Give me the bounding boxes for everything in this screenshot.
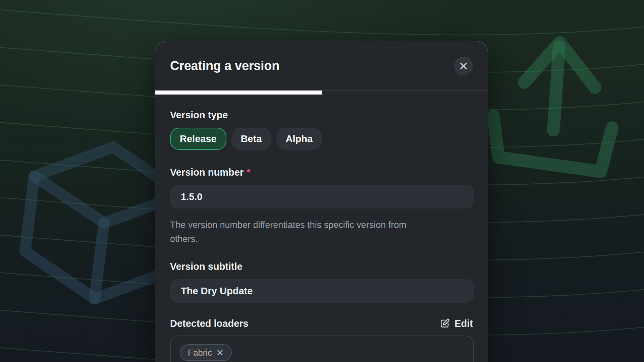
version-subtitle-label: Version subtitle	[170, 261, 473, 272]
dialog-header: Creating a version	[155, 41, 488, 90]
help-line-2: others.	[170, 234, 198, 244]
version-number-help: The version number differentiates this s…	[170, 218, 473, 246]
close-button[interactable]	[454, 57, 473, 75]
detected-loaders-label: Detected loaders	[170, 318, 249, 329]
edit-loaders-button[interactable]: Edit	[439, 318, 473, 329]
x-icon	[459, 61, 468, 71]
version-type-options: Release Beta Alpha	[170, 128, 473, 150]
version-number-label: Version number*	[170, 167, 473, 178]
version-number-input[interactable]	[170, 185, 474, 208]
remove-loader-icon[interactable]	[216, 349, 224, 356]
square-pen-icon	[439, 318, 450, 329]
dialog-title: Creating a version	[170, 59, 279, 73]
detected-loaders-row: Detected loaders Edit	[170, 317, 473, 329]
edit-label: Edit	[454, 318, 473, 329]
progress-fill	[155, 90, 322, 95]
upload-arrow-icon	[493, 43, 612, 172]
required-asterisk: *	[247, 167, 250, 178]
dialog-body: Version type Release Beta Alpha Version …	[155, 109, 488, 362]
version-number-label-text: Version number	[170, 167, 244, 178]
detected-loaders-box: Fabric	[170, 336, 474, 362]
version-type-alpha-button[interactable]: Alpha	[276, 128, 322, 150]
create-version-dialog: Creating a version Version type Release …	[155, 41, 488, 362]
version-subtitle-input[interactable]	[170, 279, 474, 303]
help-line-1: The version number differentiates this s…	[170, 220, 407, 230]
loader-tag-label: Fabric	[188, 348, 212, 358]
version-type-release-button[interactable]: Release	[170, 128, 226, 150]
version-type-label: Version type	[170, 109, 473, 121]
progress-bar	[155, 90, 488, 95]
version-type-beta-button[interactable]: Beta	[231, 128, 271, 150]
loader-tag-fabric: Fabric	[180, 344, 232, 361]
